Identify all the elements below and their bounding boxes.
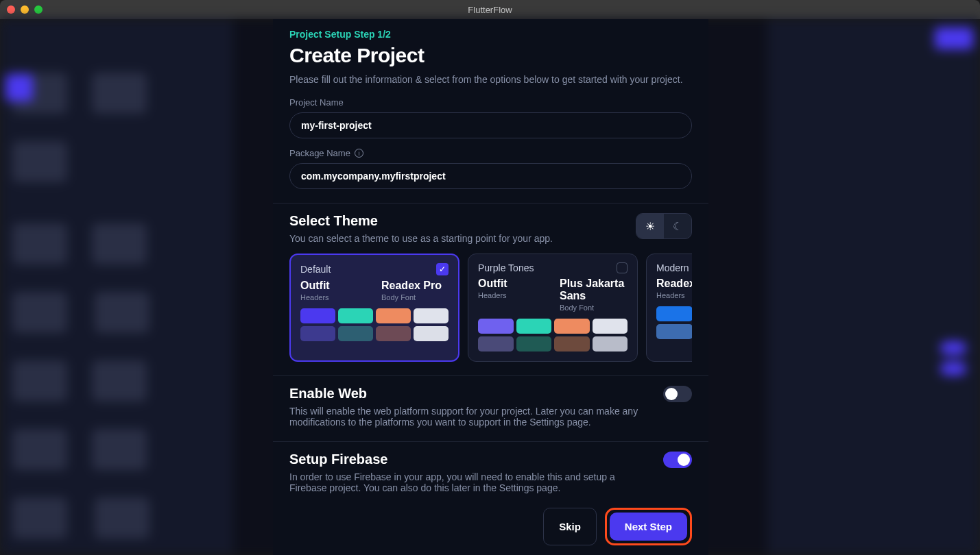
body-font-label: Body Font <box>381 293 449 301</box>
color-swatch <box>554 319 590 334</box>
select-theme-sub: You can select a theme to use as a start… <box>289 233 553 244</box>
theme-name: Modern Business <box>656 262 692 273</box>
maximize-window-button[interactable] <box>34 5 43 14</box>
modal-footer: Skip Next Step <box>273 498 708 555</box>
color-swatch <box>414 308 449 323</box>
window-title-bar: FlutterFlow <box>0 0 980 19</box>
checkbox-outline-icon <box>617 262 628 273</box>
skip-button[interactable]: Skip <box>543 508 597 545</box>
firebase-toggle[interactable] <box>663 452 692 468</box>
enable-web-toggle[interactable] <box>663 386 692 402</box>
enable-web-heading: Enable Web <box>289 386 649 402</box>
moon-icon: ☾ <box>673 220 682 233</box>
swatch-grid <box>656 306 692 339</box>
headers-label: Headers <box>656 291 692 299</box>
window-title: FlutterFlow <box>468 5 512 15</box>
select-theme-section: Select Theme You can select a theme to u… <box>273 204 708 376</box>
info-icon[interactable]: i <box>355 149 363 158</box>
theme-card-purple-tones[interactable]: Purple Tones Outfit Headers Plus Jakarta… <box>468 254 638 362</box>
toggle-knob <box>678 454 690 466</box>
project-name-input[interactable] <box>289 112 692 138</box>
header-font: Outfit <box>300 280 368 292</box>
theme-name: Default <box>300 264 331 275</box>
firebase-section: Setup Firebase In order to use Firebase … <box>273 442 708 497</box>
theme-name: Purple Tones <box>478 262 534 273</box>
firebase-desc: In order to use Firebase in your app, yo… <box>289 471 649 493</box>
project-info-section: Project Setup Step 1/2 Create Project Pl… <box>273 19 708 204</box>
modal-subtitle: Please fill out the information & select… <box>289 74 692 85</box>
enable-web-section: Enable Web This will enable the web plat… <box>273 376 708 442</box>
themes-list: Default ✓ Outfit Headers Readex Pro Body… <box>289 254 692 362</box>
create-project-modal: Project Setup Step 1/2 Create Project Pl… <box>273 19 708 555</box>
body-font-label: Body Font <box>560 304 628 312</box>
body-font: Readex Pro <box>381 280 449 292</box>
next-button-highlight: Next Step <box>605 508 692 545</box>
swatch-grid <box>478 319 628 352</box>
step-label: Project Setup Step 1/2 <box>289 29 692 40</box>
color-swatch <box>656 306 692 321</box>
sun-icon: ☀ <box>645 220 655 233</box>
toggle-knob <box>665 388 678 400</box>
modal-title: Create Project <box>289 44 692 67</box>
select-theme-heading: Select Theme <box>289 213 553 229</box>
color-swatch <box>656 324 692 339</box>
color-swatch <box>478 336 514 352</box>
light-mode-button[interactable]: ☀ <box>636 214 664 238</box>
theme-card-default[interactable]: Default ✓ Outfit Headers Readex Pro Body… <box>289 254 459 362</box>
next-step-button[interactable]: Next Step <box>610 513 687 541</box>
color-swatch <box>593 336 628 352</box>
enable-web-desc: This will enable the web platform suppor… <box>289 406 649 428</box>
body-font: Plus Jakarta Sans <box>560 278 628 302</box>
color-swatch <box>376 308 411 323</box>
headers-label: Headers <box>300 293 368 301</box>
header-font: Readex Pro <box>656 278 692 290</box>
color-swatch <box>300 326 335 341</box>
color-swatch <box>414 326 449 341</box>
package-name-input[interactable] <box>289 163 692 189</box>
package-name-label: Package Name i <box>289 148 692 158</box>
firebase-heading: Setup Firebase <box>289 452 649 467</box>
color-swatch <box>300 308 335 323</box>
color-swatch <box>376 326 411 341</box>
color-swatch <box>554 336 590 352</box>
close-window-button[interactable] <box>7 5 15 14</box>
color-swatch <box>338 308 373 323</box>
color-swatch <box>516 319 552 334</box>
project-name-label: Project Name <box>289 97 692 108</box>
color-swatch <box>338 326 373 341</box>
headers-label: Headers <box>478 291 546 299</box>
traffic-lights <box>7 5 43 14</box>
theme-card-modern-business[interactable]: Modern Business Readex Pro Headers <box>646 254 692 362</box>
swatch-grid <box>300 308 449 341</box>
minimize-window-button[interactable] <box>21 5 29 14</box>
theme-mode-toggle: ☀ ☾ <box>636 213 692 239</box>
check-icon: ✓ <box>436 263 449 275</box>
dark-mode-button[interactable]: ☾ <box>664 214 691 238</box>
color-swatch <box>478 319 514 334</box>
color-swatch <box>516 336 552 352</box>
header-font: Outfit <box>478 278 546 290</box>
color-swatch <box>593 319 628 334</box>
